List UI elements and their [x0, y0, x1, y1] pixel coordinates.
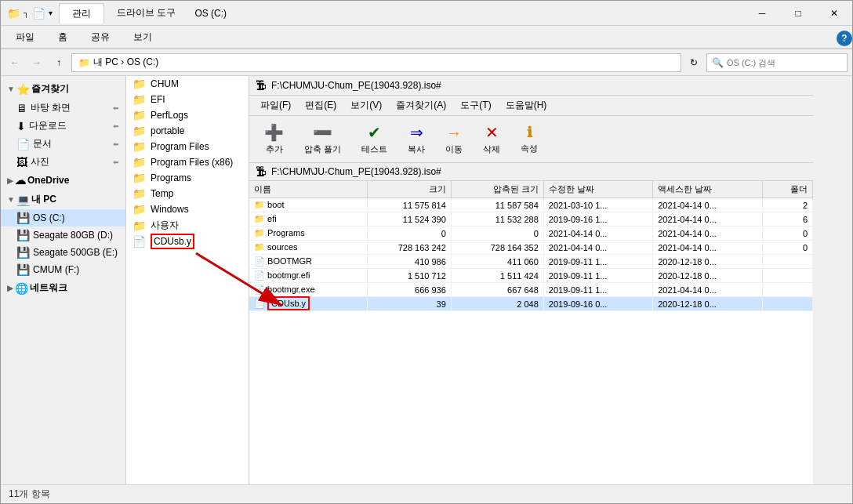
- folder-icon: 📁: [132, 187, 146, 200]
- zip-menu-view[interactable]: 보기(V): [344, 97, 388, 114]
- file-compressed-size: 667 648: [451, 283, 543, 297]
- tab-drive-tools[interactable]: 드라이브 도구: [104, 3, 188, 23]
- up-button[interactable]: ↑: [49, 53, 68, 72]
- zip-menu-tools[interactable]: 도구(T): [454, 97, 497, 114]
- sidebar-item-downloads[interactable]: ⬇ 다운로드 ⬅: [1, 117, 125, 135]
- zip-btn-delete[interactable]: ✕ 삭제: [474, 119, 509, 159]
- zip-menu-edit[interactable]: 편집(E): [299, 97, 343, 114]
- zip-path-bar: 🗜 F:\CHUM\JU-Chum_PE(19043.928).iso#: [249, 163, 813, 181]
- sidebar-item-desktop[interactable]: 🖥 바탕 화면 ⬅: [1, 99, 125, 117]
- file-folder-count: 0: [762, 241, 812, 255]
- sidebar-item-seagate500[interactable]: 💾 Seagate 500GB (E:): [1, 244, 125, 261]
- file-list: 📁CHUM📁EFI📁PerfLogs📁portable📁Program File…: [126, 76, 249, 249]
- refresh-button[interactable]: ↻: [684, 53, 703, 72]
- folder-icon: 📁: [132, 140, 146, 153]
- sidebar-item-documents[interactable]: 📄 문서 ⬅: [1, 135, 125, 153]
- file-size: 728 163 242: [367, 241, 451, 255]
- list-item[interactable]: 📁PerfLogs: [126, 107, 249, 123]
- table-row[interactable]: 📄 BOOTMGR410 986411 0602019-09-11 1...20…: [249, 255, 813, 269]
- file-area: 📁CHUM📁EFI📁PerfLogs📁portable📁Program File…: [126, 76, 249, 484]
- file-name-label: Program Files (x86): [151, 157, 242, 168]
- list-item[interactable]: 📁Program Files: [126, 139, 249, 154]
- file-compressed-size: 11 532 288: [451, 212, 543, 227]
- folder-icon: 📁: [132, 93, 146, 106]
- sidebar-section-network[interactable]: ▶ 🌐 네트워크: [1, 278, 125, 298]
- zip-menu-favorites[interactable]: 즐겨찾기(A): [390, 97, 452, 114]
- search-input[interactable]: [727, 58, 842, 67]
- sidebar-item-osc[interactable]: 💾 OS (C:): [1, 209, 125, 227]
- file-compressed-size: 728 164 352: [451, 241, 543, 255]
- back-button[interactable]: ←: [5, 53, 24, 72]
- tab-file[interactable]: 파일: [4, 27, 46, 48]
- file-name-label: CHUM: [151, 78, 242, 89]
- list-item[interactable]: 📄CDUsb.y: [126, 234, 249, 249]
- sidebar-item-photos[interactable]: 🖼 사진 ⬅: [1, 153, 125, 171]
- minimize-button[interactable]: ─: [744, 1, 780, 26]
- list-item[interactable]: 📁Temp: [126, 186, 249, 201]
- list-item[interactable]: 📁EFI: [126, 92, 249, 107]
- table-row[interactable]: 📁 sources728 163 242728 164 3522021-04-1…: [249, 241, 813, 255]
- list-item[interactable]: 📁사용자: [126, 217, 249, 234]
- left-panel: ▼ ⭐ 즐겨찾기 🖥 바탕 화면 ⬅ ⬇ 다운로드 ⬅ 📄 문서 ⬅: [1, 76, 249, 484]
- search-box[interactable]: 🔍: [706, 53, 848, 72]
- table-row[interactable]: 📁 boot11 575 81411 587 5842021-03-10 1..…: [249, 198, 813, 212]
- list-item[interactable]: 📁Program Files (x86): [126, 154, 249, 170]
- sidebar-item-cmum[interactable]: 💾 CMUM (F:): [1, 261, 125, 278]
- tab-home[interactable]: 홈: [46, 27, 79, 48]
- zip-file-name: efi: [267, 214, 277, 223]
- zip-file-name: boot: [267, 200, 284, 209]
- tab-view[interactable]: 보기: [122, 27, 164, 48]
- window-title: OS (C:): [188, 5, 744, 22]
- close-button[interactable]: ✕: [816, 1, 852, 26]
- sidebar-section-mypc[interactable]: ▼ 💻 내 PC: [1, 190, 125, 209]
- folder-icon: 📁: [254, 200, 267, 209]
- file-accessed-date: 2021-04-14 0...: [653, 241, 762, 255]
- file-modified-date: 2019-09-16 0...: [543, 297, 652, 311]
- maximize-button[interactable]: □: [780, 1, 816, 26]
- table-row[interactable]: 📁 efi11 524 39011 532 2882019-09-16 1...…: [249, 212, 813, 227]
- table-row[interactable]: 📄 CDUsb.y392 0482019-09-16 0...2020-12-1…: [249, 297, 813, 311]
- main-content: ▼ ⭐ 즐겨찾기 🖥 바탕 화면 ⬅ ⬇ 다운로드 ⬅ 📄 문서 ⬅: [1, 76, 852, 484]
- file-accessed-date: 2021-04-14 0...: [653, 227, 762, 241]
- zip-menu-help[interactable]: 도움말(H): [499, 97, 554, 114]
- col-name[interactable]: 이름: [249, 181, 367, 198]
- tab-share[interactable]: 공유: [79, 27, 122, 48]
- col-size[interactable]: 크기: [367, 181, 451, 198]
- ribbon: 파일 홈 공유 보기 ?: [1, 26, 852, 49]
- zip-file-name: bootmgr.efi: [267, 270, 310, 280]
- zip-btn-add[interactable]: ➕ 추가: [256, 119, 292, 159]
- zip-btn-copy[interactable]: ⇒ 복사: [399, 119, 434, 159]
- list-item[interactable]: 📁Windows: [126, 201, 249, 217]
- title-bar-icons: 📁 ┐ 📄 ▾: [1, 7, 59, 20]
- sidebar-section-onedrive[interactable]: ▶ ☁ OneDrive: [1, 171, 125, 190]
- folder-icon: 📁: [254, 242, 267, 252]
- col-accessed[interactable]: 액세스한 날짜: [653, 181, 762, 198]
- zip-btn-move[interactable]: → 이동: [437, 120, 471, 159]
- sidebar-section-favorites[interactable]: ▼ ⭐ 즐겨찾기: [1, 79, 125, 99]
- file-folder-count: 2: [762, 198, 812, 212]
- col-compressed[interactable]: 압축된 크기: [451, 181, 543, 198]
- file-size: 0: [367, 227, 451, 241]
- zip-table: 이름 크기 압축된 크기 수정한 날짜 액세스한 날짜 폴더 📁 boot11 …: [249, 181, 813, 311]
- table-row[interactable]: 📁 Programs002021-04-14 0...2021-04-14 0.…: [249, 227, 813, 241]
- zip-btn-extract[interactable]: ➖ 압축 풀기: [296, 119, 350, 159]
- col-folder[interactable]: 폴더: [762, 181, 812, 198]
- table-row[interactable]: 📄 bootmgr.efi1 510 7121 511 4242019-09-1…: [249, 269, 813, 283]
- sidebar-item-seagate80[interactable]: 💾 Seagate 80GB (D:): [1, 227, 125, 244]
- col-modified[interactable]: 수정한 날짜: [543, 181, 652, 198]
- list-item[interactable]: 📁CHUM: [126, 76, 249, 92]
- zip-btn-properties[interactable]: ℹ 속성: [512, 120, 546, 158]
- zip-btn-test[interactable]: ✔ 테스트: [353, 119, 396, 159]
- zip-menu-bar: 파일(F) 편집(E) 보기(V) 즐겨찾기(A) 도구(T) 도움말(H): [249, 96, 813, 116]
- zip-menu-file[interactable]: 파일(F): [254, 97, 297, 114]
- list-item[interactable]: 📁Programs: [126, 170, 249, 186]
- list-item[interactable]: 📁portable: [126, 123, 249, 139]
- file-name-label: PerfLogs: [151, 110, 242, 121]
- file-icon: 📄: [254, 285, 267, 294]
- address-input[interactable]: 📁 내 PC › OS (C:): [71, 53, 681, 72]
- file-modified-date: 2019-09-11 1...: [543, 269, 652, 283]
- tab-manage[interactable]: 관리: [59, 3, 104, 24]
- table-row[interactable]: 📄 bootmgr.exe666 936667 6482019-09-11 1.…: [249, 283, 813, 297]
- forward-button[interactable]: →: [27, 53, 46, 72]
- title-bar-controls: ─ □ ✕: [744, 1, 852, 26]
